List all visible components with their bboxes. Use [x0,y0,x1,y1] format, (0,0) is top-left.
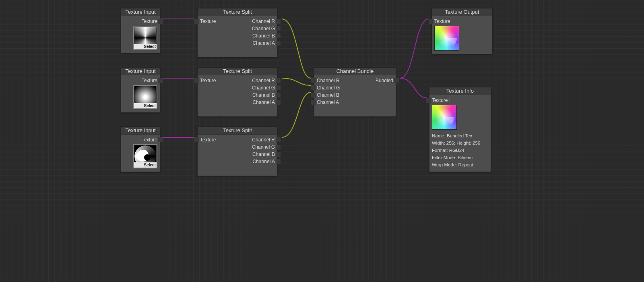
output-port-b[interactable] [276,93,281,97]
output-label-a: Channel A [253,100,275,105]
node-texture-info[interactable]: Texture Info Texture : Name: Bundled Tex… [429,87,491,172]
output-label-g: Channel G [252,144,275,150]
input-label-texture: Texture [434,19,450,24]
input-label-texture: Texture : [432,97,450,103]
output-label-r: Channel R [252,78,275,83]
output-label-g: Channel G [252,26,275,31]
output-label-texture: Texture [142,78,157,83]
output-label-b: Channel B [252,151,275,157]
select-button[interactable]: Select [134,103,157,108]
output-port-bundled[interactable] [394,78,399,83]
info-wrap: Wrap Mode: Repeat [432,161,488,168]
output-label-a: Channel A [253,159,275,164]
input-port-b[interactable] [311,93,316,97]
output-port-g[interactable] [276,26,281,31]
info-name: Name: Bundled Tex [432,132,488,139]
texture-thumbnail[interactable]: Select [133,85,157,109]
output-port-b[interactable] [276,152,281,157]
output-label-r: Channel R [252,137,275,143]
output-port-g[interactable] [276,145,281,149]
output-port-b[interactable] [276,33,281,38]
info-thumbnail [432,105,457,130]
input-label-g: Channel G [317,85,340,91]
input-label-a: Channel A [317,100,339,105]
input-port-a[interactable] [311,100,316,105]
info-filter: Filter Mode: Bilinear [432,154,488,161]
info-format: Format: RGB24 [432,147,488,154]
node-title: Texture Output [432,8,492,16]
output-label-b: Channel B [252,33,275,39]
input-label-texture: Texture [200,19,216,24]
output-label-texture: Texture [142,137,157,143]
wires-layer [0,0,644,282]
input-port-texture[interactable] [194,19,199,24]
output-port-a[interactable] [276,41,281,46]
select-button[interactable]: Select [134,162,157,168]
output-label-b: Channel B [252,92,275,98]
node-title: Texture Split [198,127,277,135]
select-button[interactable]: Select [134,44,157,49]
input-port-texture[interactable] [194,78,199,83]
texture-thumbnail[interactable]: Select [133,26,157,50]
output-port-a[interactable] [276,100,281,105]
output-port-g[interactable] [276,85,281,90]
node-title: Channel Bundle [314,68,396,75]
node-graph-canvas[interactable]: Texture Input Texture Select Texture Inp… [0,0,644,282]
output-label-g: Channel G [252,85,275,91]
node-texture-input-3[interactable]: Texture Input Texture Select [121,126,160,172]
node-texture-split-1[interactable]: Texture Split Texture Channel R Channel … [197,8,278,58]
output-thumbnail [434,26,459,51]
output-port-texture[interactable] [158,137,163,142]
texture-thumbnail[interactable]: Select [133,144,157,168]
node-title: Texture Input [121,8,160,16]
output-label-a: Channel A [253,40,275,46]
input-port-texture[interactable] [194,137,199,142]
input-label-b: Channel B [317,92,339,98]
output-port-texture[interactable] [158,19,163,24]
input-port-g[interactable] [311,85,316,90]
output-port-r[interactable] [276,137,281,142]
node-texture-input-1[interactable]: Texture Input Texture Select [121,8,160,54]
node-texture-output[interactable]: Texture Output Texture [431,8,493,54]
node-texture-input-2[interactable]: Texture Input Texture Select [121,67,160,113]
output-label-r: Channel R [252,19,275,24]
output-port-texture[interactable] [158,78,163,83]
input-port-r[interactable] [311,78,316,83]
node-title: Texture Input [121,127,160,135]
input-port-texture[interactable] [429,19,433,24]
node-texture-split-2[interactable]: Texture Split Texture Channel R Channel … [197,67,278,117]
output-port-a[interactable] [276,159,281,164]
info-size: Width: 256; Height: 256 [432,139,488,147]
input-label-r: Channel R [317,78,340,83]
input-port-texture[interactable] [426,98,431,103]
node-texture-split-3[interactable]: Texture Split Texture Channel R Channel … [197,126,278,176]
output-port-r[interactable] [276,78,281,83]
node-title: Texture Split [198,8,277,16]
output-label-texture: Texture [142,19,157,24]
node-title: Texture Input [121,68,160,75]
node-channel-bundle[interactable]: Channel Bundle Channel R Channel G Chann… [314,67,396,117]
node-title: Texture Split [198,68,277,75]
input-label-texture: Texture [200,137,216,143]
node-title: Texture Info [429,87,491,95]
output-label-bundled: Bundled [376,78,393,83]
output-port-r[interactable] [276,19,281,24]
input-label-texture: Texture [200,78,216,83]
